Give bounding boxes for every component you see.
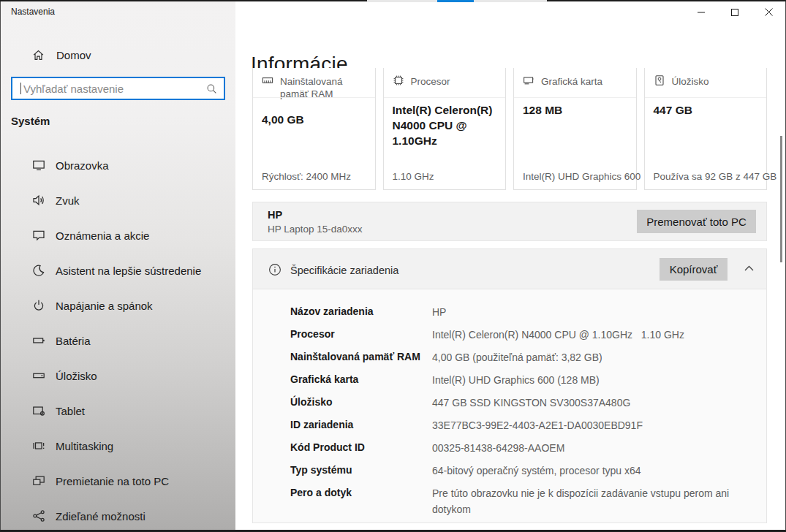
sidebar-item-storage[interactable]: Úložisko (1, 358, 235, 393)
vertical-scrollbar-thumb[interactable] (780, 136, 782, 262)
storage-icon (32, 369, 45, 382)
sidebar-item-battery[interactable]: Batéria (1, 323, 235, 358)
chevron-up-icon[interactable] (744, 265, 755, 272)
sidebar-item-label: Premietanie na toto PC (56, 475, 169, 487)
sidebar-item-label: Domov (56, 49, 91, 61)
tablet-icon (32, 404, 45, 417)
spec-row: Názov zariadenia HP (290, 304, 766, 320)
sidebar-section-title: Systém (11, 115, 50, 127)
card-label: Grafická karta (541, 75, 602, 91)
settings-search-box (11, 77, 225, 100)
sidebar-nav-list: Obrazovka Zvuk Oznámenia a akcie Asisten… (1, 148, 235, 532)
sidebar-item-power-sleep[interactable]: Napájanie a spánok (1, 288, 235, 323)
sidebar-item-label: Asistent na lepšie sústredenie (56, 265, 201, 277)
sidebar-item-projecting[interactable]: Premietanie na toto PC (1, 463, 235, 498)
gpu-icon (523, 75, 534, 91)
sidebar-item-shared-experiences[interactable]: Zdieľané možnosti (1, 498, 235, 532)
window-title: Nastavenia (11, 7, 55, 17)
card-label: Procesor (411, 75, 450, 91)
copy-button[interactable]: Kopírovať (660, 258, 728, 281)
window-top-edge (0, 0, 786, 2)
spec-label: Názov zariadenia (290, 304, 432, 320)
top-edge-accent-segment (437, 0, 474, 2)
spec-row: Typ systému 64-bitový operačný systém, p… (290, 463, 766, 479)
ram-icon (262, 75, 273, 100)
card-footer: 1.10 GHz (393, 171, 434, 182)
spec-label: Nainštalovaná pamäť RAM (290, 349, 432, 365)
card-value: 447 GB (654, 102, 758, 118)
spec-label: Kód Product ID (290, 440, 432, 456)
close-icon (764, 7, 774, 17)
device-model: HP Laptop 15-da0xxx (268, 224, 363, 235)
card-divider (384, 97, 506, 98)
card-graphics: Grafická karta 128 MB Intel(R) UHD Graph… (513, 68, 637, 190)
window-controls (684, 1, 785, 23)
cpu-icon (393, 75, 404, 91)
close-button[interactable] (752, 1, 785, 23)
spec-value: Intel(R) UHD Graphics 600 (128 MB) (432, 372, 757, 388)
card-label: Nainštalovaná pamäť RAM (280, 75, 366, 100)
sidebar-item-label: Zvuk (56, 194, 80, 207)
spec-row: Procesor Intel(R) Celeron(R) N4000 CPU @… (290, 327, 766, 343)
card-divider (514, 97, 636, 98)
top-edge-dark-right (547, 0, 786, 1)
spec-value: 4,00 GB (použiteľná pamäť: 3,82 GB) (432, 349, 757, 365)
search-input[interactable] (21, 78, 206, 99)
about-page: Informácie Nainštalovaná pamäť RAM 4,00 … (235, 0, 785, 530)
sidebar-item-notifications[interactable]: Oznámenia a akcie (1, 218, 235, 253)
spec-row: Nainštalovaná pamäť RAM 4,00 GB (použite… (290, 349, 766, 365)
card-installed-ram: Nainštalovaná pamäť RAM 4,00 GB Rýchlosť… (252, 68, 376, 190)
sidebar-item-display[interactable]: Obrazovka (1, 148, 235, 183)
sidebar-item-label: Batéria (56, 335, 91, 347)
sidebar-item-tablet[interactable]: Tablet (1, 393, 235, 428)
device-specs-header: Špecifikácie zariadenia Kopírovať (252, 248, 767, 289)
sidebar-item-label: Tablet (56, 405, 85, 417)
sidebar-item-label: Úložisko (56, 370, 97, 382)
spec-label: Procesor (290, 327, 432, 343)
sidebar-item-multitasking[interactable]: Multitasking (1, 428, 235, 463)
device-name: HP (268, 209, 282, 221)
rename-pc-button[interactable]: Premenovať toto PC (637, 210, 756, 233)
spec-row: Grafická karta Intel(R) UHD Graphics 600… (290, 372, 766, 388)
home-icon (32, 49, 45, 61)
spec-label: Typ systému (290, 463, 432, 479)
minimize-button[interactable] (684, 1, 718, 23)
card-footer: Rýchlosť: 2400 MHz (262, 171, 351, 182)
card-label: Úložisko (672, 75, 709, 91)
sidebar-item-label: Oznámenia a akcie (56, 229, 149, 242)
battery-icon (32, 334, 45, 347)
card-value: 128 MB (523, 102, 627, 118)
top-edge-dark-left (0, 0, 367, 1)
spec-label: ID zariadenia (290, 417, 432, 433)
minimize-icon (697, 8, 706, 17)
spec-value: 447 GB SSD KINGSTON SV300S37A480G (432, 395, 757, 411)
spec-label: Úložisko (290, 395, 432, 411)
sidebar-item-home[interactable]: Domov (1, 44, 235, 66)
specs-panel-title: Špecifikácie zariadenia (290, 265, 398, 276)
device-name-panel: HP HP Laptop 15-da0xxx Premenovať toto P… (252, 202, 767, 241)
sidebar-item-label: Napájanie a spánok (56, 300, 153, 312)
card-divider (253, 97, 375, 98)
project-icon (32, 474, 45, 487)
share-icon (32, 509, 45, 522)
spec-value: Pre túto obrazovku nie je k dispozícii z… (432, 485, 757, 517)
multitasking-icon (32, 439, 45, 452)
sidebar-item-label: Obrazovka (56, 159, 109, 172)
sidebar-item-sound[interactable]: Zvuk (1, 183, 235, 218)
spec-value: Intel(R) Celeron(R) N4000 CPU @ 1.10GHz … (432, 327, 757, 343)
focus-assist-icon (32, 264, 45, 277)
spec-value: 33E77BC3-99E2-4403-A2E1-DA0030EBD91F (432, 417, 757, 433)
spec-value: HP (432, 304, 757, 320)
window-border-left (0, 0, 1, 532)
spec-value: 00325-81438-64298-AAOEM (432, 440, 757, 456)
card-value: Intel(R) Celeron(R) N4000 CPU @ 1.10GHz (393, 102, 497, 148)
power-icon (32, 299, 45, 312)
card-divider (645, 97, 767, 98)
sidebar-item-label: Multitasking (56, 440, 113, 452)
device-specs-list: Názov zariadenia HP Procesor Intel(R) Ce… (252, 289, 767, 523)
sidebar-item-focus-assist[interactable]: Asistent na lepšie sústredenie (1, 253, 235, 288)
disk-icon (654, 75, 665, 91)
spec-row: Kód Product ID 00325-81438-64298-AAOEM (290, 440, 766, 456)
maximize-button[interactable] (718, 1, 752, 23)
card-processor: Procesor Intel(R) Celeron(R) N4000 CPU @… (383, 68, 507, 190)
